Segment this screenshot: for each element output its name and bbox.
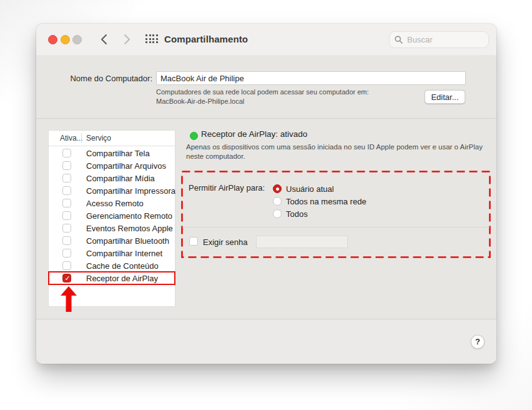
allow-airplay-option[interactable]: Usuário atual [273, 182, 367, 195]
service-row[interactable]: Compartilhar Internet [49, 247, 175, 259]
service-checkbox[interactable] [62, 186, 71, 195]
chevron-left-icon [101, 34, 107, 45]
service-status-title: Receptor de AirPlay: ativado [201, 129, 307, 139]
services-list-header: Ativa... Serviço [49, 131, 175, 146]
radio-button[interactable] [273, 184, 282, 193]
service-checkbox[interactable] [62, 274, 71, 282]
computer-name-label: Nome do Computador: [36, 74, 152, 83]
computer-name-section: Nome do Computador: Computadores de sua … [36, 55, 496, 119]
allow-airplay-label: Permitir AirPlay para: [189, 183, 265, 192]
footer: ? [36, 319, 496, 364]
service-row[interactable]: Gerenciamento Remoto [49, 209, 175, 222]
radio-label: Todos na mesma rede [286, 197, 367, 206]
service-checkbox[interactable] [62, 236, 71, 245]
window-title: Compartilhamento [164, 24, 248, 55]
chevron-right-icon [124, 34, 131, 45]
service-label: Eventos Remotos Apple [86, 224, 173, 233]
radio-label: Todos [286, 209, 308, 219]
service-row[interactable]: Compartilhar Impressora [49, 184, 175, 197]
services-rows: Compartilhar TelaCompartilhar ArquivosCo… [49, 147, 175, 284]
service-checkbox[interactable] [62, 249, 71, 258]
service-row[interactable]: Eventos Remotos Apple [49, 222, 175, 234]
help-button[interactable]: ? [471, 335, 485, 349]
allow-airplay-options: Usuário atualTodos na mesma redeTodos [273, 182, 367, 220]
service-row[interactable]: Acesso Remoto [49, 197, 175, 209]
require-password-checkbox[interactable] [189, 237, 198, 246]
service-label: Gerenciamento Remoto [86, 211, 172, 221]
service-label: Cache de Conteúdo [86, 261, 159, 271]
main-content: Ativa... Serviço Compartilhar TelaCompar… [36, 119, 496, 319]
service-checkbox[interactable] [62, 161, 71, 170]
service-label: Compartilhar Internet [86, 249, 162, 258]
service-checkbox[interactable] [62, 174, 71, 182]
require-password-label: Exigir senha [203, 238, 248, 247]
radio-button[interactable] [273, 197, 282, 206]
service-row[interactable]: Receptor de AirPlay [49, 272, 175, 284]
zoom-window-button[interactable] [72, 35, 82, 44]
service-label: Compartilhar Arquivos [86, 161, 166, 171]
service-checkbox[interactable] [62, 224, 71, 232]
service-row[interactable]: Cache de Conteúdo [49, 259, 175, 272]
edit-button[interactable]: Editar... [425, 90, 465, 104]
column-header-service[interactable]: Serviço [86, 134, 111, 142]
search-field[interactable] [389, 31, 489, 48]
search-input[interactable] [406, 34, 477, 45]
service-label: Receptor de AirPlay [86, 274, 158, 283]
local-hostname-hint: Computadores de sua rede local podem ace… [156, 88, 369, 106]
service-label: Acesso Remoto [86, 199, 144, 208]
radio-button[interactable] [273, 209, 282, 218]
close-window-button[interactable] [48, 35, 57, 44]
options-divider [182, 227, 490, 228]
hint-line-2: MacBook-Air-de-Philipe.local [156, 97, 369, 106]
service-row[interactable]: Compartilhar Arquivos [49, 159, 175, 172]
service-checkbox[interactable] [62, 149, 71, 158]
service-description: Apenas os dispositivos com uma sessão in… [186, 142, 485, 161]
sharing-preferences-window: Compartilhamento Nome do Computador: Com… [36, 24, 496, 364]
service-row[interactable]: Compartilhar Bluetooth [49, 234, 175, 247]
password-input[interactable] [256, 236, 348, 248]
back-button[interactable] [99, 32, 109, 46]
service-label: Compartilhar Bluetooth [86, 236, 169, 246]
service-checkbox[interactable] [62, 261, 71, 270]
service-checkbox[interactable] [62, 211, 71, 220]
annotation-arrow-up [61, 286, 77, 312]
service-row[interactable]: Compartilhar Mídia [49, 172, 175, 184]
service-label: Compartilhar Tela [86, 149, 150, 158]
allow-airplay-option[interactable]: Todos na mesma rede [273, 195, 367, 208]
hint-line-1: Computadores de sua rede local podem ace… [156, 88, 369, 97]
column-header-active[interactable]: Ativa... [60, 134, 83, 142]
allow-airplay-option[interactable]: Todos [273, 208, 367, 220]
service-label: Compartilhar Impressora [86, 186, 175, 196]
computer-name-input[interactable] [156, 71, 466, 85]
minimize-window-button[interactable] [61, 35, 70, 44]
forward-button[interactable] [122, 32, 132, 46]
search-icon [395, 36, 403, 44]
titlebar: Compartilhamento [36, 24, 496, 56]
status-green-dot-icon [190, 132, 198, 140]
services-list: Ativa... Serviço Compartilhar TelaCompar… [49, 131, 175, 306]
service-row[interactable]: Compartilhar Tela [49, 147, 175, 159]
service-label: Compartilhar Mídia [86, 174, 155, 183]
show-all-preferences-grid-icon[interactable] [145, 34, 159, 44]
column-divider [81, 133, 82, 143]
service-checkbox[interactable] [62, 199, 71, 208]
radio-label: Usuário atual [286, 184, 334, 194]
